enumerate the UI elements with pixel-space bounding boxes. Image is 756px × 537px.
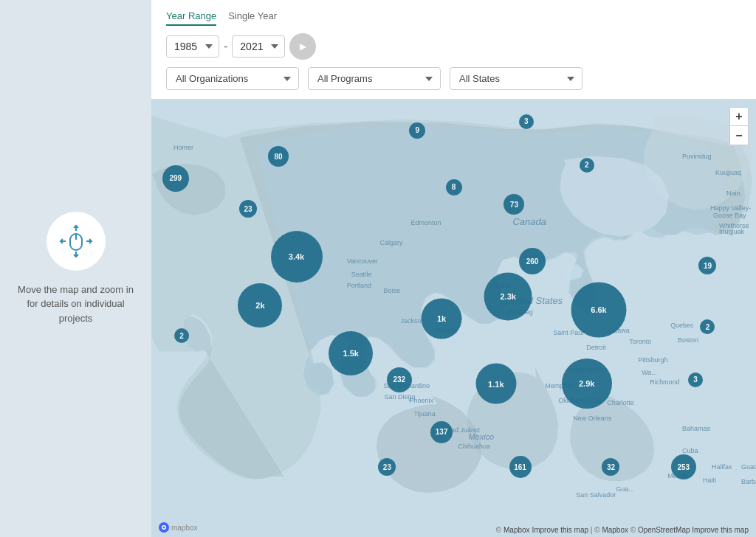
svg-text:Nain: Nain <box>726 190 740 197</box>
programs-filter[interactable]: All Programs <box>308 67 441 90</box>
svg-point-59 <box>163 527 165 529</box>
svg-text:Chihuahua: Chihuahua <box>458 443 489 450</box>
svg-text:New Orleans: New Orleans <box>573 415 611 422</box>
play-button[interactable]: ▶ <box>289 33 316 60</box>
map-bubble-b15[interactable]: 2 <box>700 319 715 334</box>
svg-text:Toronto: Toronto <box>629 338 651 345</box>
map-bubble-b1[interactable]: 299 <box>162 165 189 192</box>
mouse-move-icon-container <box>47 212 106 271</box>
svg-text:Barbados: Barbados <box>741 478 756 485</box>
map-bubble-b19[interactable]: 2 <box>174 328 189 343</box>
map-bubble-b8[interactable]: 73 <box>504 194 524 215</box>
map-container[interactable]: Canada United States Mexico Edmonton Cal… <box>151 100 756 537</box>
organizations-filter[interactable]: All Organizations <box>166 67 299 90</box>
sidebar: Move the map and zoom in for details on … <box>0 0 151 537</box>
svg-text:San Diego: San Diego <box>385 393 416 401</box>
controls-panel: Year Range Single Year 1985 1990 2000 20… <box>151 0 756 100</box>
mapbox-link2[interactable]: Mapbox <box>602 526 628 534</box>
year-start-select[interactable]: 1985 1990 2000 2010 2021 <box>166 35 219 58</box>
svg-text:Goose Bay: Goose Bay <box>713 212 746 219</box>
svg-text:Kuujjuaq: Kuujjuaq <box>715 169 741 176</box>
mapbox-link[interactable]: Mapbox <box>504 526 530 534</box>
map-bubble-b13[interactable]: 19 <box>698 257 716 274</box>
year-dash: - <box>224 40 227 53</box>
map-bubble-b2[interactable]: 80 <box>268 146 289 167</box>
map-bubble-b5[interactable]: 2 <box>580 158 594 173</box>
svg-text:Quebec: Quebec <box>670 322 694 329</box>
tab-year-range[interactable]: Year Range <box>166 7 216 26</box>
svg-text:Vancouver: Vancouver <box>347 257 378 265</box>
filters-row: All Organizations All Programs All State… <box>166 67 741 90</box>
svg-text:Bahamas: Bahamas <box>682 425 710 432</box>
map-bubble-b12[interactable]: 2.3k <box>484 272 532 320</box>
svg-text:Richmond: Richmond <box>650 378 679 386</box>
map-zoom-controls: + − <box>729 107 749 145</box>
svg-text:Saint Paul: Saint Paul <box>553 329 583 336</box>
svg-text:Charlotte: Charlotte <box>607 399 633 406</box>
zoom-out-button[interactable]: − <box>729 126 749 145</box>
map-bubble-b16[interactable]: 1k <box>422 298 462 339</box>
zoom-in-button[interactable]: + <box>729 107 749 126</box>
map-bubble-b11[interactable]: 260 <box>519 248 546 274</box>
mapbox-logo: mapbox <box>159 522 198 533</box>
states-filter[interactable]: All States <box>450 67 583 90</box>
svg-text:Inugjuak: Inugjuak <box>719 228 744 235</box>
map-bubble-b3[interactable]: 9 <box>409 122 425 139</box>
svg-text:Wa...: Wa... <box>642 369 657 376</box>
mouse-move-icon <box>58 224 94 259</box>
map-bubble-b9[interactable]: 3.4k <box>271 231 323 283</box>
year-range-selector: 1985 1990 2000 2010 2021 - 2021 2020 201… <box>166 33 316 60</box>
svg-text:Edmonton: Edmonton <box>411 219 441 226</box>
map-bubble-b14[interactable]: 6.6k <box>571 282 627 337</box>
svg-text:Puvimitug: Puvimitug <box>682 153 711 160</box>
svg-text:Boston: Boston <box>678 336 698 344</box>
map-bubble-b23[interactable]: 137 <box>430 421 453 443</box>
map-bubble-b25[interactable]: 161 <box>509 456 532 478</box>
view-tabs: Year Range Single Year <box>166 7 741 26</box>
mapbox-logo-icon <box>159 522 169 533</box>
svg-text:Homer: Homer <box>173 144 193 151</box>
map-bubble-b7[interactable]: 8 <box>446 179 462 195</box>
mapbox-logo-text: mapbox <box>171 524 198 532</box>
tab-single-year[interactable]: Single Year <box>228 7 277 26</box>
svg-text:Gua...: Gua... <box>616 485 633 493</box>
map-bubble-b21[interactable]: 2.9k <box>562 358 612 409</box>
svg-text:Boise: Boise <box>384 287 400 294</box>
map-bubble-b26[interactable]: 32 <box>602 458 619 476</box>
svg-text:Canada: Canada <box>512 216 546 227</box>
map-bubble-b20[interactable]: 1.1k <box>475 364 516 404</box>
svg-text:Pittsburgh: Pittsburgh <box>638 356 667 364</box>
map-bubble-b18[interactable]: 232 <box>387 367 412 392</box>
sidebar-instruction: Move the map and zoom in for details on … <box>15 283 137 326</box>
year-range-row: 1985 1990 2000 2010 2021 - 2021 2020 201… <box>166 33 741 60</box>
improve-map-link2[interactable]: Improve this map <box>692 526 749 534</box>
map-bubble-b10[interactable]: 2k <box>238 283 282 328</box>
map-bubble-b27[interactable]: 253 <box>671 454 696 479</box>
map-bubble-b17[interactable]: 1.5k <box>329 331 373 375</box>
svg-text:Guadeloupe: Guadeloupe <box>741 463 756 471</box>
map-bubble-b24[interactable]: 23 <box>378 458 396 476</box>
year-end-select[interactable]: 2021 2020 2015 2010 <box>232 35 285 58</box>
svg-text:San Salvador: San Salvador <box>576 491 616 499</box>
svg-text:Detroit: Detroit <box>586 344 606 351</box>
svg-text:Cuba: Cuba <box>682 447 698 454</box>
svg-text:Calgary: Calgary <box>380 239 403 246</box>
map-bubble-b6[interactable]: 23 <box>239 200 257 218</box>
map-attribution: © Mapbox Improve this map | © Mapbox © O… <box>496 526 749 534</box>
map-bubble-b4[interactable]: 3 <box>519 114 534 129</box>
svg-text:Portland: Portland <box>347 282 371 289</box>
map-bubble-b22[interactable]: 3 <box>688 373 703 387</box>
svg-text:Seattle: Seattle <box>351 271 372 278</box>
svg-text:Haiti: Haiti <box>703 477 716 484</box>
map-background: Canada United States Mexico Edmonton Cal… <box>151 100 756 537</box>
svg-text:Happy Valley-: Happy Valley- <box>710 204 751 212</box>
svg-text:Tijuana: Tijuana <box>414 410 436 418</box>
osm-link[interactable]: OpenStreetMap <box>638 526 690 534</box>
svg-text:Halifax: Halifax <box>712 463 732 471</box>
improve-map-link1[interactable]: Improve this map <box>532 526 588 534</box>
main-content: Year Range Single Year 1985 1990 2000 20… <box>151 0 756 537</box>
